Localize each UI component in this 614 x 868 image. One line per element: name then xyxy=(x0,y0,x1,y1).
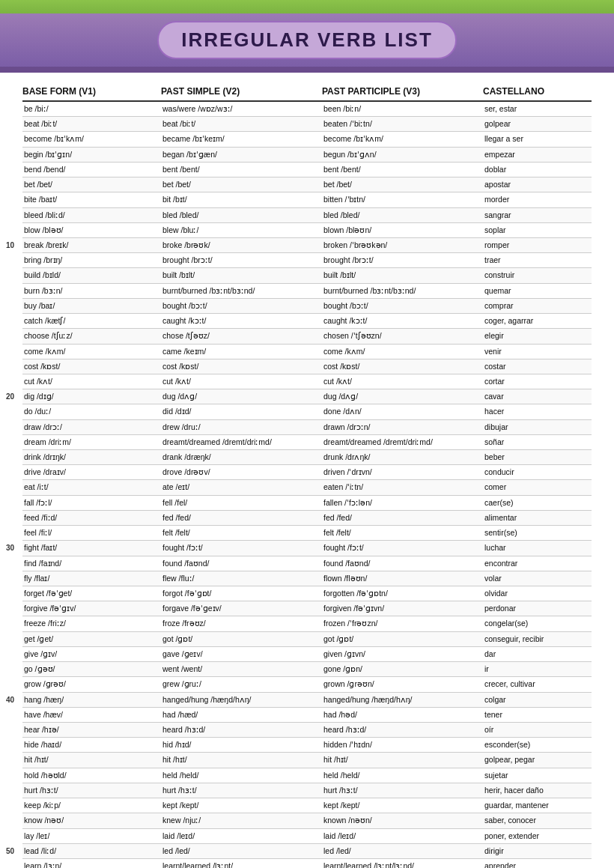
content-area: BASE FORM (V1) PAST SIMPLE (V2) PAST PAR… xyxy=(0,73,614,868)
table-row: lay /leɪ/laid /leɪd/laid /leɪd/poner, ex… xyxy=(22,829,592,844)
cell-v1: come /kʌm/ xyxy=(22,345,161,358)
cell-v2: felt /felt/ xyxy=(161,526,322,539)
cell-v3: cut /kʌt/ xyxy=(322,375,483,388)
cell-v3: kept /kept/ xyxy=(322,799,483,812)
cell-v3: led /led/ xyxy=(322,845,483,858)
cell-es: oír xyxy=(483,723,607,736)
cell-v3: heard /hɜːd/ xyxy=(322,723,483,736)
cell-v1: become /bɪˈkʌm/ xyxy=(22,133,161,145)
cell-es: hacer xyxy=(483,405,607,418)
cell-v2: led /led/ xyxy=(161,845,322,858)
purple-bar xyxy=(0,67,614,73)
column-headers: BASE FORM (V1) PAST SIMPLE (V2) PAST PAR… xyxy=(22,80,592,102)
cell-v3: become /bɪˈkʌm/ xyxy=(322,133,483,145)
cell-v2: held /held/ xyxy=(161,769,322,782)
top-green-bar xyxy=(0,0,614,13)
cell-v1: blow /bləʊ/ xyxy=(22,224,161,237)
table-row: begin /bɪˈɡɪn/began /bɪˈɡæn/begun /bɪˈɡʌ… xyxy=(22,148,592,163)
table-row: beat /biːt/beat /biːt/beaten /ˈbiːtn/gol… xyxy=(22,117,592,132)
cell-v3: bet /bet/ xyxy=(322,178,483,191)
cell-es: poner, extender xyxy=(483,830,607,843)
cell-v3: drunk /drʌŋk/ xyxy=(322,451,483,464)
table-row: burn /bɜːn/burnt/burned /bɜːnt/bɜːnd/bur… xyxy=(22,284,592,299)
cell-v1: dig /dɪɡ/ xyxy=(22,390,161,403)
cell-es: sentir(se) xyxy=(483,526,607,539)
cell-es: apostar xyxy=(483,178,607,191)
cell-es: saber, conocer xyxy=(483,814,607,827)
cell-es: esconder(se) xyxy=(483,738,607,751)
table-row: blow /bləʊ/blew /bluː/blown /bləʊn/sopla… xyxy=(22,223,592,238)
table-row: find /faɪnd/found /faʊnd/found /faʊnd/en… xyxy=(22,556,592,571)
cell-v3: hurt /hɜːt/ xyxy=(322,784,483,797)
cell-v3: known /nəʊn/ xyxy=(322,814,483,827)
cell-v3: given /ɡɪvn/ xyxy=(322,648,483,661)
cell-v2: found /faʊnd/ xyxy=(161,557,322,570)
cell-v3: found /faʊnd/ xyxy=(322,557,483,570)
cell-es: golpear xyxy=(483,118,607,130)
table-row: 30fight /faɪt/fought /fɔːt/fought /fɔːt/… xyxy=(22,541,592,556)
cell-v1: freeze /friːz/ xyxy=(22,617,161,630)
cell-v2: got /ɡɒt/ xyxy=(161,633,322,646)
table-row: grow /ɡrəʊ/grew /ɡruː/grown /ɡrəʊn/crece… xyxy=(22,677,592,692)
table-row: fall /fɔːl/fell /fel/fallen /ˈfɔːlən/cae… xyxy=(22,496,592,511)
cell-es: ir xyxy=(483,663,607,676)
table-row: come /kʌm/came /keɪm/come /kʌm/venir xyxy=(22,345,592,359)
cell-v1: fly /flaɪ/ xyxy=(22,572,161,585)
cell-es: olvidar xyxy=(483,587,607,600)
cell-v3: flown /fləʊn/ xyxy=(322,572,483,585)
cell-v2: hid /hɪd/ xyxy=(161,738,322,751)
cell-v3: gone /ɡɒn/ xyxy=(322,663,483,676)
cell-v1: begin /bɪˈɡɪn/ xyxy=(22,148,161,161)
cell-v3: frozen /ˈfrəʊzn/ xyxy=(322,617,483,630)
cell-v1: be /biː/ xyxy=(22,103,161,115)
cell-v3: forgotten /fəˈɡɒtn/ xyxy=(322,587,483,600)
cell-v2: became /bɪˈkeɪm/ xyxy=(161,133,322,145)
cell-v2: blew /bluː/ xyxy=(161,224,322,237)
cell-v3: hanged/hung /hæŋd/hʌŋ/ xyxy=(322,694,483,706)
cell-es: volar xyxy=(483,572,607,585)
cell-es: doblar xyxy=(483,163,607,176)
table-row: do /duː/did /dɪd/done /dʌn/hacer xyxy=(22,404,592,419)
cell-v3: bought /bɔːt/ xyxy=(322,300,483,312)
cell-v2: went /went/ xyxy=(161,663,322,676)
row-number: 40 xyxy=(6,696,14,704)
cell-v2: drew /druː/ xyxy=(161,421,322,434)
cell-v1: bleed /bliːd/ xyxy=(22,209,161,222)
table-row: build /bɪld/built /bɪlt/built /bɪlt/cons… xyxy=(22,268,592,283)
row-number: 20 xyxy=(6,392,14,401)
cell-v1: build /bɪld/ xyxy=(22,269,161,282)
cell-v3: fought /fɔːt/ xyxy=(322,541,483,554)
table-row: get /ɡet/got /ɡɒt/got /ɡɒt/conseguir, re… xyxy=(22,632,592,647)
cell-es: costar xyxy=(483,360,607,373)
table-row: know /nəʊ/knew /njuː/known /nəʊn/saber, … xyxy=(22,813,592,828)
cell-es: traer xyxy=(483,254,607,267)
cell-v3: hidden /ˈhɪdn/ xyxy=(322,738,483,751)
cell-v1: drink /drɪŋk/ xyxy=(22,451,161,464)
cell-v2: burnt/burned /bɜːnt/bɜːnd/ xyxy=(161,285,322,297)
cell-v2: forgot /fəˈɡɒt/ xyxy=(161,587,322,600)
cell-v2: fed /fed/ xyxy=(161,512,322,524)
cell-es: soñar xyxy=(483,436,607,449)
cell-es: romper xyxy=(483,239,607,252)
cell-es: perdonar xyxy=(483,602,607,615)
cell-v3: felt /felt/ xyxy=(322,526,483,539)
cell-v3: had /həd/ xyxy=(322,708,483,721)
table-row: forget /fəˈɡet/forgot /fəˈɡɒt/forgotten … xyxy=(22,586,592,601)
cell-v2: fell /fel/ xyxy=(161,497,322,509)
cell-v1: feel /fiːl/ xyxy=(22,526,161,539)
table-row: fly /flaɪ/flew /fluː/flown /fləʊn/volar xyxy=(22,571,592,586)
table-row: bite /baɪt/bit /bɪt/bitten /ˈbɪtn/morder xyxy=(22,192,592,207)
row-number: 10 xyxy=(6,241,14,249)
col-header-v2: PAST SIMPLE (V2) xyxy=(161,86,322,97)
cell-es: colgar xyxy=(483,694,607,706)
row-number: 30 xyxy=(6,544,14,552)
table-row: catch /kætʃ/caught /kɔːt/caught /kɔːt/co… xyxy=(22,314,592,329)
cell-v3: begun /bɪˈɡʌn/ xyxy=(322,148,483,161)
cell-es: coger, agarrar xyxy=(483,315,607,327)
cell-v2: bit /bɪt/ xyxy=(161,193,322,206)
cell-v2: heard /hɜːd/ xyxy=(161,723,322,736)
cell-v2: was/were /wɒz/wɜː/ xyxy=(161,103,322,115)
cell-es: sujetar xyxy=(483,769,607,782)
cell-v1: hold /həʊld/ xyxy=(22,769,161,782)
cell-v3: bitten /ˈbɪtn/ xyxy=(322,193,483,206)
